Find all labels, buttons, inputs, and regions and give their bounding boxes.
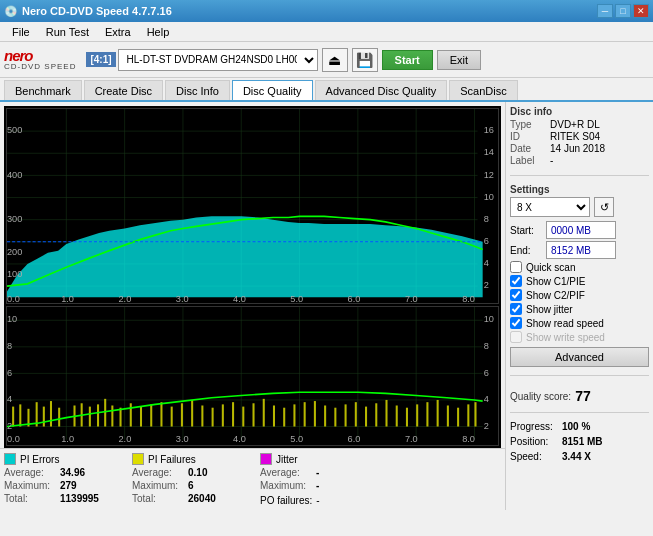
svg-rect-59 bbox=[58, 407, 60, 426]
progress-value: 100 % bbox=[562, 421, 590, 432]
quality-score-value: 77 bbox=[575, 388, 591, 404]
svg-text:0.0: 0.0 bbox=[7, 432, 20, 443]
svg-rect-71 bbox=[171, 406, 173, 426]
lower-chart: 10 8 6 4 2 10 8 6 4 2 0.0 1.0 2.0 3.0 bbox=[6, 306, 499, 446]
menu-extra[interactable]: Extra bbox=[97, 24, 139, 40]
svg-text:3.0: 3.0 bbox=[176, 432, 189, 443]
exit-button[interactable]: Exit bbox=[437, 50, 481, 70]
position-value: 8151 MB bbox=[562, 436, 603, 447]
close-button[interactable]: ✕ bbox=[633, 4, 649, 18]
show-c2-pif-checkbox[interactable] bbox=[510, 289, 522, 301]
tab-create-disc[interactable]: Create Disc bbox=[84, 80, 163, 100]
speed-label: Speed: bbox=[510, 451, 558, 462]
show-read-speed-checkbox[interactable] bbox=[510, 317, 522, 329]
minimize-button[interactable]: ─ bbox=[597, 4, 613, 18]
drive-dropdown[interactable]: HL-DT-ST DVDRAM GH24NSD0 LH00 bbox=[118, 49, 318, 71]
svg-text:10: 10 bbox=[484, 313, 494, 324]
menu-file[interactable]: File bbox=[4, 24, 38, 40]
svg-marker-16 bbox=[7, 216, 483, 297]
svg-text:5.0: 5.0 bbox=[290, 292, 303, 302]
svg-rect-98 bbox=[447, 405, 449, 426]
svg-text:16: 16 bbox=[484, 124, 494, 135]
svg-rect-80 bbox=[263, 399, 265, 427]
end-mb-input[interactable] bbox=[546, 241, 616, 259]
divider-3 bbox=[510, 412, 649, 413]
quick-scan-checkbox[interactable] bbox=[510, 261, 522, 273]
start-label: Start: bbox=[510, 225, 542, 236]
tab-bar: Benchmark Create Disc Disc Info Disc Qua… bbox=[0, 78, 653, 102]
svg-rect-86 bbox=[324, 405, 326, 426]
show-c2-row: Show C2/PIF bbox=[510, 289, 649, 301]
svg-text:2.0: 2.0 bbox=[118, 432, 131, 443]
eject-icon[interactable]: ⏏ bbox=[322, 48, 348, 72]
svg-rect-62 bbox=[89, 406, 91, 426]
maximize-button[interactable]: □ bbox=[615, 4, 631, 18]
po-failures-value: - bbox=[316, 495, 319, 506]
svg-text:10: 10 bbox=[484, 190, 494, 201]
svg-rect-93 bbox=[396, 405, 398, 426]
svg-text:2.0: 2.0 bbox=[118, 292, 131, 302]
menu-bar: File Run Test Extra Help bbox=[0, 22, 653, 42]
svg-text:1.0: 1.0 bbox=[61, 432, 74, 443]
svg-text:5.0: 5.0 bbox=[290, 432, 303, 443]
start-button[interactable]: Start bbox=[382, 50, 433, 70]
svg-text:200: 200 bbox=[7, 246, 22, 257]
svg-rect-76 bbox=[222, 404, 224, 426]
show-read-speed-label: Show read speed bbox=[526, 318, 604, 329]
tab-disc-info[interactable]: Disc Info bbox=[165, 80, 230, 100]
quick-scan-label: Quick scan bbox=[526, 262, 575, 273]
advanced-button[interactable]: Advanced bbox=[510, 347, 649, 367]
drive-selector: [4:1] HL-DT-ST DVDRAM GH24NSD0 LH00 bbox=[86, 49, 317, 71]
svg-rect-54 bbox=[19, 404, 21, 426]
svg-text:8: 8 bbox=[7, 339, 12, 350]
progress-label: Progress: bbox=[510, 421, 558, 432]
svg-rect-81 bbox=[273, 405, 275, 426]
tab-scandisc[interactable]: ScanDisc bbox=[449, 80, 517, 100]
settings-refresh-icon[interactable]: ↺ bbox=[594, 197, 614, 217]
svg-rect-89 bbox=[355, 402, 357, 426]
svg-rect-65 bbox=[111, 405, 113, 426]
speed-select[interactable]: 8 X 2 X 4 X Maximum bbox=[510, 197, 590, 217]
pi-failures-group: PI Failures Average: 0.10 Maximum: 6 Tot… bbox=[132, 453, 252, 506]
pi-failures-max-row: Maximum: 6 bbox=[132, 480, 252, 491]
svg-text:6: 6 bbox=[484, 366, 489, 377]
svg-text:10: 10 bbox=[7, 313, 17, 324]
show-c1-pie-checkbox[interactable] bbox=[510, 275, 522, 287]
pi-failures-label: PI Failures bbox=[148, 454, 196, 465]
svg-rect-58 bbox=[50, 401, 52, 426]
show-write-speed-checkbox[interactable] bbox=[510, 331, 522, 343]
settings-section: Settings 8 X 2 X 4 X Maximum ↺ Start: En… bbox=[510, 184, 649, 367]
svg-rect-53 bbox=[12, 406, 14, 426]
speed-row-quality: Speed: 3.44 X bbox=[510, 451, 649, 462]
svg-rect-90 bbox=[365, 406, 367, 426]
svg-rect-72 bbox=[181, 403, 183, 426]
svg-text:7.0: 7.0 bbox=[405, 292, 418, 302]
save-icon[interactable]: 💾 bbox=[352, 48, 378, 72]
svg-text:1.0: 1.0 bbox=[61, 292, 74, 302]
disc-label-row: Label - bbox=[510, 155, 649, 166]
jitter-group: Jitter Average: - Maximum: - PO failures… bbox=[260, 453, 380, 506]
menu-run-test[interactable]: Run Test bbox=[38, 24, 97, 40]
jitter-max-row: Maximum: - bbox=[260, 480, 380, 491]
tab-benchmark[interactable]: Benchmark bbox=[4, 80, 82, 100]
svg-rect-101 bbox=[474, 402, 476, 426]
svg-text:6.0: 6.0 bbox=[348, 292, 361, 302]
show-jitter-label: Show jitter bbox=[526, 304, 573, 315]
pi-failures-total-row: Total: 26040 bbox=[132, 493, 252, 504]
pi-errors-color bbox=[4, 453, 16, 465]
svg-text:4: 4 bbox=[484, 392, 490, 403]
start-mb-input[interactable] bbox=[546, 221, 616, 239]
svg-rect-75 bbox=[212, 407, 214, 426]
svg-text:4.0: 4.0 bbox=[233, 292, 246, 302]
svg-rect-68 bbox=[140, 406, 142, 426]
upper-chart: 16 14 12 10 8 6 4 2 500 400 300 200 100 … bbox=[6, 108, 499, 304]
tab-advanced-disc-quality[interactable]: Advanced Disc Quality bbox=[315, 80, 448, 100]
show-jitter-checkbox[interactable] bbox=[510, 303, 522, 315]
toolbar: nero CD-DVD SPEED [4:1] HL-DT-ST DVDRAM … bbox=[0, 42, 653, 78]
menu-help[interactable]: Help bbox=[139, 24, 178, 40]
svg-rect-57 bbox=[43, 406, 45, 426]
end-mb-row: End: bbox=[510, 241, 649, 259]
tab-disc-quality[interactable]: Disc Quality bbox=[232, 80, 313, 100]
svg-text:500: 500 bbox=[7, 124, 22, 135]
svg-text:4.0: 4.0 bbox=[233, 432, 246, 443]
